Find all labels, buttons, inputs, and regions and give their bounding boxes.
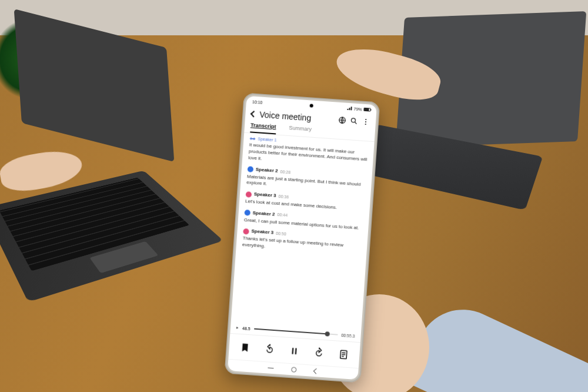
speaker-label: Speaker 2 (255, 167, 278, 174)
bookmark-button[interactable] (239, 341, 251, 353)
more-icon[interactable] (362, 118, 370, 127)
speaker-avatar (244, 210, 250, 216)
playback-current-time: 48.5 (242, 326, 250, 331)
tab-transcript[interactable]: Transcript (250, 119, 276, 134)
laptop-left-base (0, 171, 223, 302)
nav-home[interactable] (291, 367, 297, 373)
speaker-timestamp: 00:44 (277, 212, 288, 218)
globe-icon[interactable] (338, 116, 347, 125)
status-time: 10:10 (252, 99, 263, 104)
scene-backdrop: 10:10 79% Voice meeting (0, 0, 588, 392)
playback-current-indicator: ▸ (236, 325, 239, 330)
transcript-page-button[interactable] (338, 348, 350, 360)
svg-rect-2 (292, 348, 293, 354)
svg-point-1 (351, 118, 355, 122)
speaker-avatar (246, 191, 252, 198)
battery-pct: 79% (353, 107, 362, 111)
nav-recents[interactable] (268, 367, 273, 368)
tab-summary[interactable]: Summary (289, 122, 312, 137)
rewind-button[interactable] (263, 343, 276, 355)
transcript-entry: Speaker 3 00:36 Let's look at cost and m… (245, 191, 365, 213)
transcript-list[interactable]: Speaker 1 It would be good investment fo… (231, 133, 375, 333)
speaker-label: Speaker 3 (251, 228, 273, 236)
speaker-label: Speaker 2 (252, 210, 275, 218)
transcript-entry: Speaker 2 00:28 Materials are just a sta… (246, 166, 366, 194)
back-button[interactable] (250, 111, 257, 117)
phone-screen: 10:10 79% Voice meeting (228, 96, 377, 380)
progress-knob[interactable] (325, 331, 330, 337)
speaker-timestamp: 00:36 (278, 194, 289, 200)
speaker-timestamp: 00:28 (280, 169, 290, 175)
pause-button[interactable] (288, 344, 300, 357)
nav-back[interactable] (313, 368, 319, 374)
transcript-entry: Speaker 2 00:44 Great, I can pull some m… (243, 210, 363, 232)
transcript-entry: Speaker 3 00:50 Thanks let's set up a fo… (242, 228, 362, 256)
search-icon[interactable] (350, 117, 359, 125)
speaker-avatar (243, 228, 249, 235)
transcript-entry: Speaker 1 It would be good investment fo… (248, 135, 369, 170)
speaker-timestamp: 00:50 (276, 231, 286, 237)
signal-icon (347, 107, 352, 111)
svg-rect-3 (295, 348, 297, 354)
battery-icon (363, 108, 370, 112)
laptop-left-screen (14, 9, 175, 162)
speaker-label: Speaker 1 (258, 136, 277, 143)
progress-fill (254, 328, 328, 335)
speaker-avatar (248, 166, 254, 172)
phone-frame: 10:10 79% Voice meeting (225, 92, 380, 383)
forward-button[interactable] (313, 346, 325, 358)
speaker-label: Speaker 3 (254, 191, 276, 199)
playback-total-time: 00:55.3 (341, 333, 355, 338)
